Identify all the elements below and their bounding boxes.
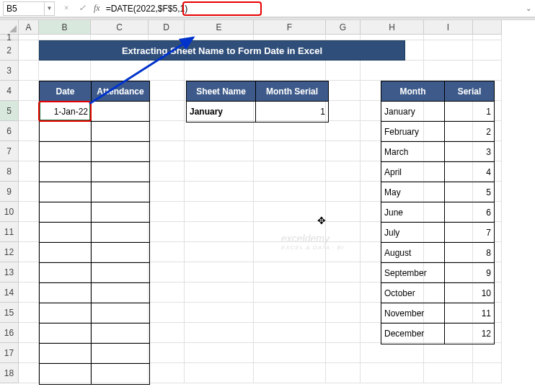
cell[interactable] (149, 343, 185, 363)
cell[interactable] (185, 363, 254, 383)
table-cell[interactable] (40, 142, 92, 162)
cell[interactable] (326, 61, 361, 81)
fx-icon[interactable]: fx (94, 3, 103, 14)
cell[interactable] (254, 262, 326, 282)
cell[interactable] (149, 161, 185, 182)
cell[interactable] (326, 282, 361, 303)
cell[interactable] (149, 81, 185, 101)
table-cell[interactable] (92, 142, 149, 162)
table-cell[interactable]: 3 (445, 142, 494, 162)
name-box-dropdown[interactable]: ▼ (45, 1, 55, 16)
table-cell[interactable]: May (381, 182, 445, 202)
row-header-12[interactable]: 12 (0, 242, 19, 262)
cell[interactable] (254, 343, 326, 363)
cell[interactable] (254, 242, 326, 262)
cell[interactable] (254, 323, 326, 343)
table-cell[interactable] (92, 243, 149, 263)
cell[interactable] (19, 343, 39, 363)
cell[interactable] (185, 182, 254, 202)
cell[interactable] (424, 61, 473, 81)
table-cell[interactable]: February (381, 122, 445, 142)
cell[interactable] (326, 35, 361, 40)
cell[interactable] (185, 323, 254, 343)
table-cell[interactable]: April (381, 162, 445, 182)
cell[interactable] (473, 40, 502, 61)
table-cell[interactable] (92, 303, 149, 324)
cell[interactable] (254, 141, 326, 161)
table-cell[interactable]: 1 (256, 102, 328, 122)
cell[interactable] (19, 40, 39, 61)
cell[interactable] (185, 161, 254, 182)
column-header-E[interactable]: E (185, 20, 254, 35)
cell[interactable] (254, 121, 326, 141)
cell[interactable] (185, 141, 254, 161)
cell[interactable] (424, 363, 473, 383)
row-header-10[interactable]: 10 (0, 202, 19, 222)
table-cell[interactable]: August (381, 243, 445, 263)
table-cell[interactable]: January (187, 102, 256, 122)
cell[interactable] (19, 101, 39, 121)
cell[interactable] (361, 343, 424, 363)
table-cell[interactable] (40, 364, 92, 384)
table-cell[interactable] (92, 263, 149, 283)
cell[interactable] (91, 61, 149, 81)
row-header-3[interactable]: 3 (0, 61, 19, 81)
row-header-14[interactable]: 14 (0, 282, 19, 303)
cell[interactable] (149, 35, 185, 40)
cell[interactable] (185, 202, 254, 222)
cell[interactable] (91, 35, 149, 40)
table-cell[interactable] (92, 283, 149, 303)
cell[interactable] (254, 61, 326, 81)
cell[interactable] (19, 121, 39, 141)
cell[interactable] (19, 161, 39, 182)
table-cell[interactable] (40, 182, 92, 202)
cell[interactable] (326, 81, 361, 101)
cell[interactable] (185, 222, 254, 242)
table-cell[interactable]: 6 (445, 202, 494, 223)
cell[interactable] (149, 222, 185, 242)
cell[interactable] (424, 35, 473, 40)
cell[interactable] (326, 262, 361, 282)
table-cell[interactable]: 9 (445, 263, 494, 283)
cell[interactable] (185, 282, 254, 303)
cell[interactable] (185, 343, 254, 363)
cell[interactable] (19, 303, 39, 323)
cell[interactable] (149, 101, 185, 121)
table-cell[interactable] (40, 263, 92, 283)
cell[interactable] (149, 121, 185, 141)
row-header-17[interactable]: 17 (0, 343, 19, 363)
cell[interactable] (19, 202, 39, 222)
table-cell[interactable] (92, 102, 149, 122)
cell[interactable] (254, 363, 326, 383)
cell[interactable] (149, 363, 185, 383)
row-header-11[interactable]: 11 (0, 222, 19, 242)
cell[interactable] (19, 282, 39, 303)
cell[interactable] (326, 303, 361, 323)
cell[interactable] (326, 121, 361, 141)
cell[interactable] (19, 262, 39, 282)
cell[interactable] (254, 282, 326, 303)
cell[interactable] (326, 363, 361, 383)
table-cell[interactable]: 12 (445, 324, 494, 344)
table-cell[interactable] (92, 223, 149, 243)
table-cell[interactable] (40, 283, 92, 303)
column-header-I[interactable]: I (424, 20, 473, 35)
cell[interactable] (326, 323, 361, 343)
cell[interactable] (19, 363, 39, 383)
row-header-1[interactable]: 1 (0, 35, 19, 40)
column-header-C[interactable]: C (91, 20, 149, 35)
row-header-5[interactable]: 5 (0, 101, 19, 121)
table-cell[interactable]: 7 (445, 223, 494, 243)
cell[interactable] (326, 343, 361, 363)
cell[interactable] (361, 35, 424, 40)
cell[interactable] (473, 61, 502, 81)
cell[interactable] (254, 222, 326, 242)
cell[interactable] (149, 323, 185, 343)
table-cell[interactable] (40, 223, 92, 243)
cell[interactable] (19, 182, 39, 202)
table-cell[interactable] (40, 122, 92, 142)
row-header-7[interactable]: 7 (0, 141, 19, 161)
cell[interactable] (39, 35, 91, 40)
cell[interactable] (19, 81, 39, 101)
column-header-A[interactable]: A (19, 20, 39, 35)
